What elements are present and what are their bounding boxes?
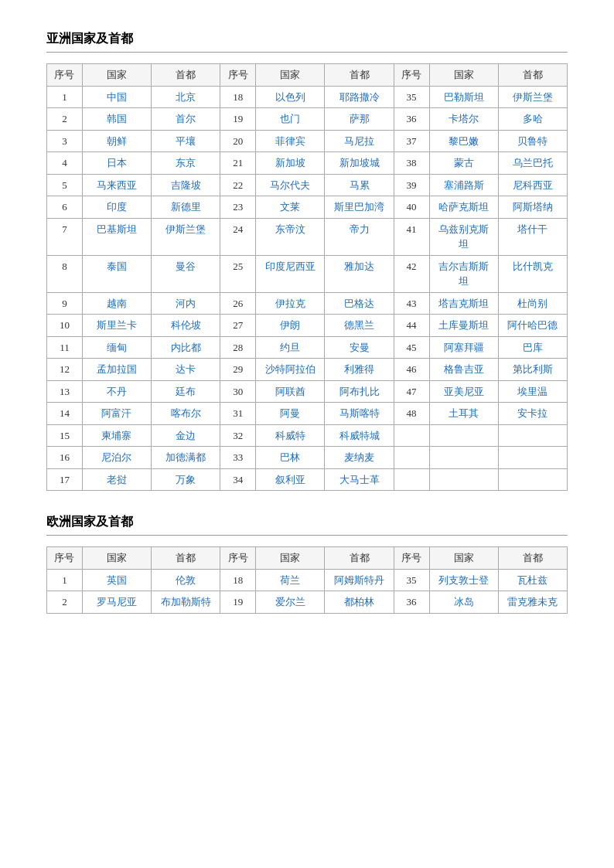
country-link[interactable]: 安曼	[350, 342, 370, 353]
country-link[interactable]: 贝鲁特	[517, 135, 547, 147]
country-link[interactable]: 中国	[107, 91, 127, 103]
country-link[interactable]: 土库曼斯坦	[438, 319, 489, 331]
country-link[interactable]: 马来西亚	[97, 179, 137, 191]
country-link[interactable]: 杜尚别	[517, 298, 547, 309]
country-link[interactable]: 约旦	[280, 342, 300, 353]
country-link[interactable]: 金边	[176, 430, 196, 441]
country-link[interactable]: 乌兰巴托	[513, 157, 553, 168]
country-link[interactable]: 格鲁吉亚	[444, 363, 484, 375]
country-link[interactable]: 柬埔寨	[101, 430, 131, 441]
country-link[interactable]: 安卡拉	[517, 407, 547, 419]
country-link[interactable]: 科威特城	[339, 430, 380, 441]
country-link[interactable]: 不丹	[107, 386, 127, 397]
country-link[interactable]: 比什凯克	[513, 260, 553, 272]
country-link[interactable]: 北京	[176, 91, 196, 103]
country-link[interactable]: 马累	[350, 179, 370, 191]
country-link[interactable]: 日本	[107, 157, 127, 168]
country-link[interactable]: 英国	[107, 574, 127, 586]
country-link[interactable]: 平壤	[176, 135, 196, 147]
country-link[interactable]: 吉隆坡	[171, 179, 201, 191]
country-link[interactable]: 巴基斯坦	[97, 223, 137, 235]
country-link[interactable]: 也门	[280, 113, 300, 124]
country-link[interactable]: 萨那	[350, 113, 370, 124]
country-link[interactable]: 伊斯兰堡	[165, 223, 206, 235]
country-link[interactable]: 廷布	[176, 386, 196, 397]
country-link[interactable]: 缅甸	[107, 342, 127, 353]
country-link[interactable]: 伊朗	[280, 319, 300, 331]
country-link[interactable]: 印度	[107, 201, 127, 213]
country-link[interactable]: 列支敦士登	[438, 574, 489, 586]
country-link[interactable]: 叙利亚	[275, 474, 305, 485]
country-link[interactable]: 卡塔尔	[449, 113, 479, 124]
country-link[interactable]: 都柏林	[344, 596, 374, 608]
country-link[interactable]: 文莱	[280, 201, 300, 213]
country-link[interactable]: 巴库	[523, 342, 543, 353]
country-link[interactable]: 科伦坡	[171, 319, 201, 331]
country-link[interactable]: 第比利斯	[513, 363, 553, 375]
country-link[interactable]: 越南	[107, 298, 127, 309]
country-link[interactable]: 伊拉克	[275, 298, 305, 309]
country-link[interactable]: 沙特阿拉伯	[265, 363, 316, 375]
country-link[interactable]: 河内	[176, 298, 196, 309]
country-link[interactable]: 阿姆斯特丹	[334, 574, 384, 586]
country-link[interactable]: 巴勒斯坦	[444, 91, 484, 103]
country-link[interactable]: 新加坡	[275, 157, 305, 168]
country-link[interactable]: 新加坡城	[339, 157, 380, 168]
country-link[interactable]: 阿富汗	[101, 407, 131, 419]
country-link[interactable]: 马斯喀特	[339, 407, 380, 419]
country-link[interactable]: 阿塞拜疆	[444, 342, 484, 353]
country-link[interactable]: 埃里温	[517, 386, 547, 397]
country-link[interactable]: 耶路撒冷	[339, 91, 380, 103]
country-link[interactable]: 土耳其	[449, 407, 479, 419]
country-link[interactable]: 阿曼	[280, 407, 300, 419]
country-link[interactable]: 伦敦	[176, 574, 196, 586]
country-link[interactable]: 亚美尼亚	[444, 386, 484, 397]
country-link[interactable]: 新德里	[171, 201, 201, 213]
country-link[interactable]: 蒙古	[454, 157, 474, 168]
country-link[interactable]: 大马士革	[339, 474, 380, 485]
country-link[interactable]: 菲律宾	[275, 135, 305, 147]
country-link[interactable]: 泰国	[107, 260, 127, 272]
country-link[interactable]: 斯里兰卡	[97, 319, 137, 331]
country-link[interactable]: 尼泊尔	[101, 451, 131, 463]
country-link[interactable]: 瓦杜兹	[517, 574, 547, 586]
country-link[interactable]: 德黑兰	[344, 319, 374, 331]
country-link[interactable]: 印度尼西亚	[265, 260, 316, 272]
country-link[interactable]: 加德满都	[165, 451, 206, 463]
country-link[interactable]: 尼科西亚	[513, 179, 553, 191]
country-link[interactable]: 朝鲜	[107, 135, 127, 147]
country-link[interactable]: 巴林	[280, 451, 300, 463]
country-link[interactable]: 吉尔吉斯斯坦	[438, 260, 489, 288]
country-link[interactable]: 巴格达	[344, 298, 374, 309]
country-link[interactable]: 雅加达	[344, 260, 374, 272]
country-link[interactable]: 斯里巴加湾	[334, 201, 384, 213]
country-link[interactable]: 阿联酋	[275, 386, 305, 397]
country-link[interactable]: 以色列	[275, 91, 305, 103]
country-link[interactable]: 万象	[176, 474, 196, 485]
country-link[interactable]: 布加勒斯特	[161, 596, 211, 608]
country-link[interactable]: 罗马尼亚	[97, 596, 137, 608]
country-link[interactable]: 多哈	[523, 113, 543, 124]
country-link[interactable]: 荷兰	[280, 574, 300, 586]
country-link[interactable]: 东京	[176, 157, 196, 168]
country-link[interactable]: 韩国	[107, 113, 127, 124]
country-link[interactable]: 曼谷	[176, 260, 196, 272]
country-link[interactable]: 塔吉克斯坦	[438, 298, 489, 309]
country-link[interactable]: 老挝	[107, 474, 127, 485]
country-link[interactable]: 孟加拉国	[97, 363, 137, 375]
country-link[interactable]: 麦纳麦	[344, 451, 374, 463]
country-link[interactable]: 塔什干	[517, 223, 547, 235]
country-link[interactable]: 马尔代夫	[270, 179, 310, 191]
country-link[interactable]: 马尼拉	[344, 135, 374, 147]
country-link[interactable]: 阿斯塔纳	[513, 201, 553, 213]
country-link[interactable]: 东帝汶	[275, 223, 305, 235]
country-link[interactable]: 爱尔兰	[275, 596, 305, 608]
country-link[interactable]: 内比都	[171, 342, 201, 353]
country-link[interactable]: 达卡	[176, 363, 196, 375]
country-link[interactable]: 雷克雅未克	[507, 596, 558, 608]
country-link[interactable]: 阿什哈巴德	[507, 319, 558, 331]
country-link[interactable]: 利雅得	[344, 363, 374, 375]
country-link[interactable]: 乌兹别克斯坦	[438, 223, 489, 250]
country-link[interactable]: 塞浦路斯	[444, 179, 484, 191]
country-link[interactable]: 哈萨克斯坦	[438, 201, 489, 213]
